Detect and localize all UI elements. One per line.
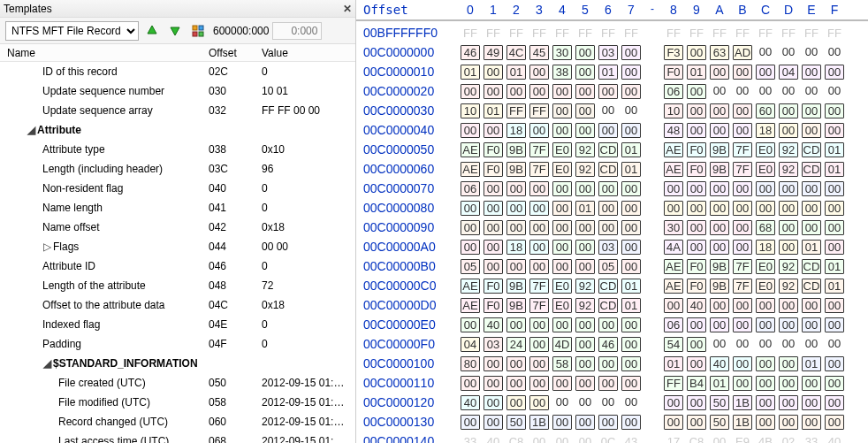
hex-byte[interactable]: 00 xyxy=(621,45,641,60)
hex-byte[interactable]: 00 xyxy=(529,201,549,216)
hex-byte[interactable]: 00 xyxy=(483,376,503,391)
hex-byte[interactable]: 92 xyxy=(779,279,798,294)
hex-byte[interactable]: AE xyxy=(461,142,480,157)
hex-byte[interactable]: 03 xyxy=(598,45,618,60)
hex-byte[interactable]: 00 xyxy=(575,337,595,352)
hex-byte[interactable]: 00 xyxy=(461,317,480,332)
hex-byte[interactable]: 00 xyxy=(552,181,572,196)
hex-byte[interactable]: 00 xyxy=(756,84,775,99)
hex-byte[interactable]: 00 xyxy=(621,84,641,99)
hex-byte[interactable]: 00 xyxy=(710,298,729,313)
hex-byte[interactable]: 00 xyxy=(575,376,595,391)
hex-byte[interactable]: 00 xyxy=(802,376,821,391)
hex-byte[interactable]: 00 xyxy=(802,181,821,196)
hex-byte[interactable]: 50 xyxy=(710,395,729,410)
close-icon[interactable]: ✕ xyxy=(343,3,352,15)
hex-byte[interactable]: 9B xyxy=(710,142,729,157)
hex-byte[interactable]: F0 xyxy=(687,279,706,294)
hex-byte[interactable]: B4 xyxy=(687,376,706,391)
hex-byte[interactable]: 9B xyxy=(506,279,526,294)
hex-byte[interactable]: 7F xyxy=(529,279,549,294)
hex-byte[interactable]: 63 xyxy=(710,45,729,60)
hex-byte[interactable]: CD xyxy=(802,142,821,157)
hex-byte[interactable]: FF xyxy=(552,27,572,40)
hex-byte[interactable]: 00 xyxy=(575,181,595,196)
hex-byte[interactable]: 18 xyxy=(756,240,775,255)
hex-byte[interactable]: 01 xyxy=(825,142,844,157)
hex-byte[interactable]: 00 xyxy=(552,84,572,99)
hex-byte[interactable]: 00 xyxy=(710,103,729,118)
hex-byte[interactable]: 00 xyxy=(779,240,798,255)
hex-row[interactable]: 00C000000046494C4530000300F30063AD000000… xyxy=(363,42,861,62)
hex-row[interactable]: 00C00000D0AEF09B7FE092CD0100400000000000… xyxy=(363,295,861,315)
hex-byte[interactable]: 9B xyxy=(710,162,729,177)
hex-byte[interactable]: 00 xyxy=(575,123,595,138)
hex-byte[interactable]: 48 xyxy=(664,123,683,138)
hex-byte[interactable]: E0 xyxy=(552,162,572,177)
hex-byte[interactable]: 00 xyxy=(710,65,729,80)
hex-byte[interactable]: 9B xyxy=(710,259,729,274)
hex-byte[interactable]: 01 xyxy=(710,376,729,391)
hex-byte[interactable]: AD xyxy=(733,45,752,60)
hex-byte[interactable]: 00 xyxy=(779,317,798,332)
hex-byte[interactable]: 00 xyxy=(687,356,706,371)
hex-byte[interactable]: 00 xyxy=(733,201,752,216)
hex-byte[interactable]: 00 xyxy=(506,376,526,391)
hex-byte[interactable]: AE xyxy=(664,279,683,294)
hex-byte[interactable]: 00 xyxy=(825,123,844,138)
hex-byte[interactable]: 00 xyxy=(710,240,729,255)
hex-byte[interactable]: FF xyxy=(710,27,729,40)
hex-byte[interactable]: 05 xyxy=(461,259,480,274)
hex-byte[interactable]: CD xyxy=(598,279,618,294)
disclosure-icon[interactable]: ◢ xyxy=(27,124,35,136)
hex-byte[interactable]: 1B xyxy=(733,395,752,410)
hex-row[interactable]: 00C0000080000000000001000000000000000000… xyxy=(363,198,861,218)
hex-byte[interactable]: 00 xyxy=(802,298,821,313)
tree-row[interactable]: Record changed (UTC)0602012-09-15 01:… xyxy=(0,412,355,432)
hex-byte[interactable]: 46 xyxy=(598,337,618,352)
hex-byte[interactable]: 7F xyxy=(529,162,549,177)
hex-row[interactable]: 00C00000301001FFFF0000000010000000600000… xyxy=(363,101,861,120)
hex-byte[interactable]: 18 xyxy=(506,240,526,255)
hex-byte[interactable]: 1B xyxy=(733,415,752,430)
hex-byte[interactable]: 00 xyxy=(529,259,549,274)
hex-byte[interactable]: 00 xyxy=(710,317,729,332)
hex-byte[interactable]: 00 xyxy=(687,123,706,138)
next-record-button[interactable] xyxy=(165,21,185,41)
hex-byte[interactable]: 54 xyxy=(664,337,683,352)
hex-byte[interactable]: 00 xyxy=(483,240,503,255)
hex-byte[interactable]: 60 xyxy=(756,103,775,118)
hex-byte[interactable]: 00 xyxy=(529,395,549,410)
hex-byte[interactable]: 00 xyxy=(733,84,752,99)
hex-byte[interactable]: 00 xyxy=(461,123,480,138)
hex-byte[interactable]: 00 xyxy=(733,356,752,371)
hex-byte[interactable]: 00 xyxy=(687,103,706,118)
hex-byte[interactable]: 00 xyxy=(802,103,821,118)
hex-byte[interactable]: 00 xyxy=(687,181,706,196)
hex-byte[interactable]: 00 xyxy=(506,356,526,371)
hex-byte[interactable]: 00 xyxy=(552,220,572,235)
hex-byte[interactable]: 00 xyxy=(506,84,526,99)
hex-byte[interactable]: 00 xyxy=(529,435,549,444)
hex-byte[interactable]: 00 xyxy=(825,103,844,118)
hex-byte[interactable]: 50 xyxy=(506,415,526,430)
hex-byte[interactable]: 00 xyxy=(621,201,641,216)
hex-byte[interactable]: 00 xyxy=(779,84,798,99)
hex-row[interactable]: 00C00001100000000000000000FFB40100000000… xyxy=(363,373,861,393)
hex-row[interactable]: 00C00001403340C80000000C4317C800E94B0233… xyxy=(363,432,861,443)
hex-byte[interactable]: 00 xyxy=(575,317,595,332)
tree-row[interactable]: Offset to the attribute data04C0x18 xyxy=(0,295,355,315)
hex-byte[interactable]: 00 xyxy=(598,415,618,430)
hex-byte[interactable]: F0 xyxy=(687,259,706,274)
hex-byte[interactable]: E0 xyxy=(552,298,572,313)
hex-byte[interactable]: 00 xyxy=(825,84,844,99)
hex-byte[interactable]: 00 xyxy=(461,220,480,235)
hex-byte[interactable]: 00 xyxy=(802,220,821,235)
hex-byte[interactable]: 00 xyxy=(621,415,641,430)
attribute-tree[interactable]: ID of this record02C0Update sequence num… xyxy=(0,62,355,443)
hex-byte[interactable]: 45 xyxy=(529,45,549,60)
hex-byte[interactable]: 00 xyxy=(506,395,526,410)
hex-byte[interactable]: 00 xyxy=(483,356,503,371)
hex-row[interactable]: 00C0000090000000000000000030000000680000… xyxy=(363,218,861,237)
tree-row[interactable]: ◢Attribute xyxy=(0,120,355,140)
